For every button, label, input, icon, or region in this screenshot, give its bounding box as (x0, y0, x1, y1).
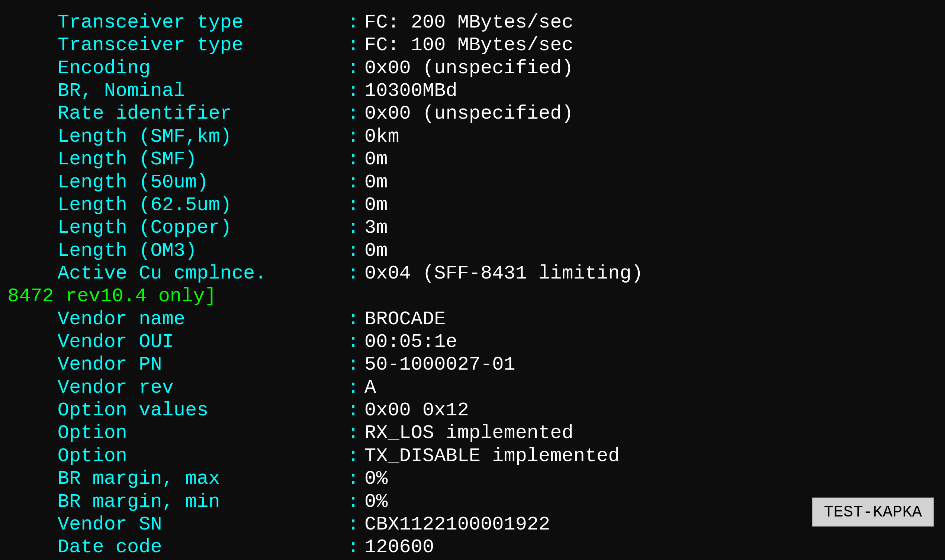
terminal-line: BR, Nominal:10300MBd (8, 80, 937, 102)
tooltip: TEST-KAPKA (812, 497, 934, 526)
terminal-colon: : (342, 57, 365, 80)
terminal-line: Length (62.5um):0m (8, 194, 937, 216)
terminal-value: BROCADE (365, 308, 937, 331)
terminal-line: Length (OM3):0m (8, 240, 937, 262)
terminal-colon: : (342, 194, 365, 216)
terminal-label: Vendor SN (8, 513, 342, 536)
terminal-colon: : (342, 216, 365, 239)
terminal-line: Vendor name:BROCADE (8, 308, 937, 331)
terminal-colon: : (342, 445, 365, 468)
terminal-value: FC: 200 MBytes/sec (365, 11, 937, 34)
terminal-line: Length (Copper):3m (8, 216, 937, 239)
terminal-value: 0m (365, 194, 937, 216)
terminal-line: Length (SMF,km):0km (8, 125, 937, 148)
terminal-line: 8472 rev10.4 only] (8, 285, 937, 308)
terminal-label: Vendor PN (8, 353, 342, 376)
terminal-value: 00:05:1e (365, 331, 937, 353)
terminal-label: Rate identifier (8, 102, 342, 125)
terminal-line: Transceiver type:FC: 100 MBytes/sec (8, 34, 937, 57)
terminal-value: 120600 (365, 536, 937, 558)
terminal-colon: : (342, 148, 365, 171)
terminal-label: Length (SMF) (8, 148, 342, 171)
terminal-line: Active Cu cmplnce.:0x04 (SFF-8431 limiti… (8, 262, 937, 285)
terminal-window: Transceiver type:FC: 200 MBytes/sec Tran… (0, 0, 945, 560)
terminal-value: TX_DISABLE implemented (365, 445, 937, 468)
terminal-label: Date code (8, 536, 342, 558)
terminal-value: 0x00 (unspecified) (365, 57, 937, 80)
terminal-line: Option:RX_LOS implemented (8, 422, 937, 445)
terminal-value: 0km (365, 125, 937, 148)
terminal-line-nocolon: 8472 rev10.4 only] (8, 285, 217, 308)
terminal-value: 0x04 (SFF-8431 limiting) (365, 262, 937, 285)
terminal-label: Length (Copper) (8, 216, 342, 239)
terminal-value: FC: 100 MBytes/sec (365, 34, 937, 57)
terminal-line: Transceiver type:FC: 200 MBytes/sec (8, 11, 937, 34)
terminal-label: Length (50um) (8, 171, 342, 194)
terminal-colon: : (342, 308, 365, 331)
terminal-value: 0x00 (unspecified) (365, 102, 937, 125)
terminal-label: BR margin, min (8, 491, 342, 513)
terminal-colon: : (342, 468, 365, 490)
terminal-value: 50-1000027-01 (365, 353, 937, 376)
terminal-colon: : (342, 536, 365, 558)
terminal-line: Option values:0x00 0x12 (8, 399, 937, 422)
terminal-colon: : (342, 376, 365, 399)
terminal-line: Date code:120600 (8, 536, 937, 558)
terminal-line: Vendor PN:50-1000027-01 (8, 353, 937, 376)
terminal-label: Transceiver type (8, 34, 342, 57)
terminal-label: Vendor OUI (8, 331, 342, 353)
terminal-line: Length (50um):0m (8, 171, 937, 194)
terminal-value: 0m (365, 171, 937, 194)
terminal-line: Vendor OUI:00:05:1e (8, 331, 937, 353)
terminal-colon: : (342, 353, 365, 376)
terminal-colon: : (342, 331, 365, 353)
terminal-value: RX_LOS implemented (365, 422, 937, 445)
terminal-colon: : (342, 171, 365, 194)
terminal-value: 10300MBd (365, 80, 937, 102)
terminal-content: Transceiver type:FC: 200 MBytes/sec Tran… (8, 11, 937, 559)
terminal-label: Length (OM3) (8, 240, 342, 262)
terminal-line: Encoding:0x00 (unspecified) (8, 57, 937, 80)
terminal-label: Vendor name (8, 308, 342, 331)
terminal-label: BR, Nominal (8, 80, 342, 102)
terminal-value: A (365, 376, 937, 399)
terminal-label: Length (62.5um) (8, 194, 342, 216)
terminal-label: BR margin, max (8, 468, 342, 490)
terminal-label: Option (8, 422, 342, 445)
terminal-colon: : (342, 80, 365, 102)
terminal-label: Transceiver type (8, 11, 342, 34)
terminal-label: Encoding (8, 57, 342, 80)
terminal-colon: : (342, 125, 365, 148)
terminal-value: 0m (365, 148, 937, 171)
terminal-label: Active Cu cmplnce. (8, 262, 342, 285)
terminal-line: Length (SMF):0m (8, 148, 937, 171)
terminal-colon: : (342, 422, 365, 445)
terminal-label: Length (SMF,km) (8, 125, 342, 148)
terminal-line: BR margin, min:0% (8, 491, 937, 513)
terminal-colon: : (342, 34, 365, 57)
terminal-line: Vendor SN:CBX1122100001922 (8, 513, 937, 536)
terminal-colon: : (342, 491, 365, 513)
terminal-colon: : (342, 102, 365, 125)
terminal-value: 0m (365, 240, 937, 262)
terminal-value: 3m (365, 216, 937, 239)
terminal-colon: : (342, 240, 365, 262)
terminal-colon: : (342, 513, 365, 536)
terminal-colon: : (342, 399, 365, 422)
terminal-line: Rate identifier:0x00 (unspecified) (8, 102, 937, 125)
terminal-line: Vendor rev:A (8, 376, 937, 399)
terminal-label: Vendor rev (8, 376, 342, 399)
terminal-colon: : (342, 262, 365, 285)
terminal-colon: : (342, 11, 365, 34)
terminal-line: Option:TX_DISABLE implemented (8, 445, 937, 468)
terminal-line: BR margin, max:0% (8, 468, 937, 490)
terminal-value: 0x00 0x12 (365, 399, 937, 422)
terminal-label: Option values (8, 399, 342, 422)
terminal-label: Option (8, 445, 342, 468)
terminal-value: 0% (365, 468, 937, 490)
